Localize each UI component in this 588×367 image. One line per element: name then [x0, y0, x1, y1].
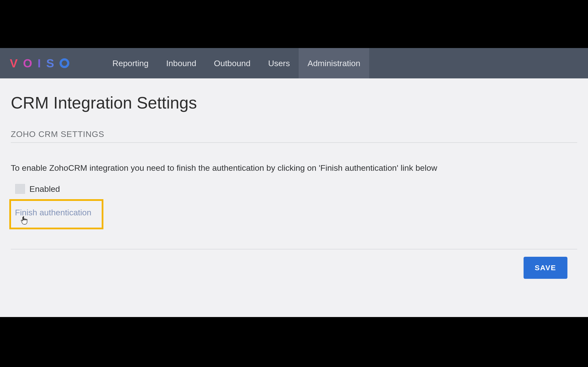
divider [11, 249, 577, 249]
enabled-label: Enabled [29, 184, 60, 194]
enabled-checkbox-row: Enabled [15, 184, 577, 194]
top-navigation: VOIS Reporting Inbound Outbound Users Ad… [0, 48, 588, 78]
page-content: CRM Integration Settings ZOHO CRM SETTIN… [0, 78, 588, 279]
logo-circle-icon [60, 58, 69, 68]
enabled-checkbox[interactable] [15, 184, 25, 194]
nav-items: Reporting Inbound Outbound Users Adminis… [104, 48, 369, 78]
nav-outbound[interactable]: Outbound [205, 48, 259, 78]
logo-letter-s: S [46, 57, 58, 70]
logo-letter-i: I [37, 57, 44, 70]
voiso-logo: VOIS [10, 57, 69, 70]
nav-administration[interactable]: Administration [299, 48, 369, 78]
highlight-box: Finish authentication [9, 199, 103, 229]
button-row: SAVE [11, 257, 577, 279]
section-title: ZOHO CRM SETTINGS [11, 129, 577, 143]
app-window: VOIS Reporting Inbound Outbound Users Ad… [0, 48, 588, 317]
page-title: CRM Integration Settings [11, 93, 577, 112]
pointer-cursor-icon [20, 216, 29, 226]
nav-inbound[interactable]: Inbound [157, 48, 205, 78]
nav-users[interactable]: Users [259, 48, 299, 78]
save-button[interactable]: SAVE [524, 257, 567, 279]
nav-reporting[interactable]: Reporting [104, 48, 157, 78]
logo-letter-o1: O [23, 57, 36, 70]
instruction-text: To enable ZohoCRM integration you need t… [11, 162, 577, 173]
logo-letter-v: V [10, 57, 21, 70]
finish-authentication-link[interactable]: Finish authentication [15, 208, 91, 217]
